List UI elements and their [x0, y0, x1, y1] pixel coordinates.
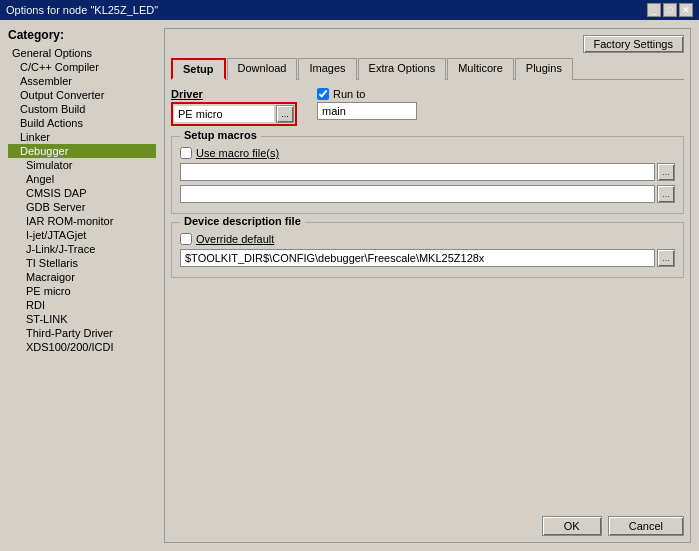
macro-input1-row: …	[180, 163, 675, 181]
category-item-gdb-server[interactable]: GDB Server	[8, 200, 156, 214]
category-item-simulator[interactable]: Simulator	[8, 158, 156, 172]
driver-input-wrapper: ...	[171, 102, 297, 126]
run-to-label-row: Run to	[317, 88, 417, 100]
minimize-button[interactable]: _	[647, 3, 661, 17]
driver-label: Driver	[171, 88, 297, 100]
category-item-ti-stellaris[interactable]: TI Stellaris	[8, 256, 156, 270]
category-item-xds100[interactable]: XDS100/200/ICDI	[8, 340, 156, 354]
category-item-angel[interactable]: Angel	[8, 172, 156, 186]
override-label: Override default	[196, 233, 274, 245]
run-to-checkbox[interactable]	[317, 88, 329, 100]
category-item-rdi[interactable]: RDI	[8, 298, 156, 312]
macro-input2[interactable]	[180, 185, 655, 203]
tab-plugins[interactable]: Plugins	[515, 58, 573, 80]
category-item-output-converter[interactable]: Output Converter	[8, 88, 156, 102]
device-description-title: Device description file	[180, 215, 305, 227]
cancel-button[interactable]: Cancel	[608, 516, 684, 536]
device-path-input[interactable]	[180, 249, 655, 267]
driver-col: Driver ...	[171, 88, 297, 126]
setup-macros-title: Setup macros	[180, 129, 261, 141]
category-label: Category:	[8, 28, 156, 42]
use-macro-row: Use macro file(s)	[180, 147, 675, 159]
right-panel: Factory Settings SetupDownloadImagesExtr…	[164, 28, 691, 543]
tab-extra-options[interactable]: Extra Options	[358, 58, 447, 80]
tab-multicore[interactable]: Multicore	[447, 58, 514, 80]
macro-browse1-button[interactable]: …	[657, 163, 675, 181]
ok-button[interactable]: OK	[542, 516, 602, 536]
bottom-row: OK Cancel	[171, 508, 684, 536]
category-item-iar-rom-monitor[interactable]: IAR ROM-monitor	[8, 214, 156, 228]
override-row: Override default	[180, 233, 675, 245]
device-browse-button[interactable]: …	[657, 249, 675, 267]
close-button[interactable]: ✕	[679, 3, 693, 17]
category-item-third-party-driver[interactable]: Third-Party Driver	[8, 326, 156, 340]
main-container: Category: General OptionsC/C++ CompilerA…	[0, 20, 699, 551]
title-bar-buttons: _ □ ✕	[647, 3, 693, 17]
use-macro-checkbox[interactable]	[180, 147, 192, 159]
title-bar: Options for node "KL25Z_LED" _ □ ✕	[0, 0, 699, 20]
category-item-debugger[interactable]: Debugger	[8, 144, 156, 158]
category-item-macraigor[interactable]: Macraigor	[8, 270, 156, 284]
macro-input2-row: …	[180, 185, 675, 203]
run-to-col: Run to	[317, 88, 417, 120]
category-item-build-actions[interactable]: Build Actions	[8, 116, 156, 130]
category-item-ijet-jtagjet[interactable]: I-jet/JTAGjet	[8, 228, 156, 242]
device-description-section: Device description file Override default…	[171, 222, 684, 278]
category-item-jlink-jtrace[interactable]: J-Link/J-Trace	[8, 242, 156, 256]
factory-settings-row: Factory Settings	[171, 35, 684, 53]
content-area: Driver ... Run to Setup macros	[171, 88, 684, 508]
use-macro-label: Use macro file(s)	[196, 147, 279, 159]
category-item-st-link[interactable]: ST-LINK	[8, 312, 156, 326]
category-list: General OptionsC/C++ CompilerAssemblerOu…	[8, 46, 156, 354]
category-item-pe-micro[interactable]: PE micro	[8, 284, 156, 298]
tab-images[interactable]: Images	[298, 58, 356, 80]
category-item-cpp-compiler[interactable]: C/C++ Compiler	[8, 60, 156, 74]
category-item-custom-build[interactable]: Custom Build	[8, 102, 156, 116]
tabs-row: SetupDownloadImagesExtra OptionsMulticor…	[171, 57, 684, 80]
left-panel: Category: General OptionsC/C++ CompilerA…	[8, 28, 156, 543]
category-item-assembler[interactable]: Assembler	[8, 74, 156, 88]
macro-input1[interactable]	[180, 163, 655, 181]
driver-browse-button[interactable]: ...	[276, 105, 294, 123]
window-title: Options for node "KL25Z_LED"	[6, 4, 158, 16]
maximize-button[interactable]: □	[663, 3, 677, 17]
run-to-label: Run to	[333, 88, 365, 100]
macro-browse2-button[interactable]: …	[657, 185, 675, 203]
driver-input[interactable]	[174, 106, 274, 122]
driver-row: Driver ... Run to	[171, 88, 684, 126]
tab-download[interactable]: Download	[227, 58, 298, 80]
override-checkbox[interactable]	[180, 233, 192, 245]
run-to-input[interactable]	[317, 102, 417, 120]
category-item-general-options[interactable]: General Options	[8, 46, 156, 60]
setup-macros-section: Setup macros Use macro file(s) … …	[171, 136, 684, 214]
device-path-row: …	[180, 249, 675, 267]
category-item-linker[interactable]: Linker	[8, 130, 156, 144]
tab-setup[interactable]: Setup	[171, 58, 226, 80]
category-item-cmsis-dap[interactable]: CMSIS DAP	[8, 186, 156, 200]
factory-settings-button[interactable]: Factory Settings	[583, 35, 684, 53]
